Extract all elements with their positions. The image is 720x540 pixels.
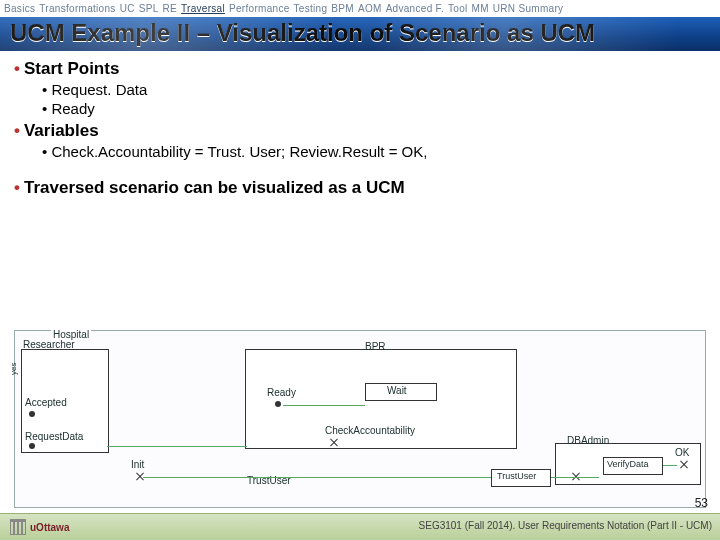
ucm-diagram: Hospital Researcher yes Accepted Request… xyxy=(14,330,706,508)
nav-item[interactable]: MM xyxy=(472,3,489,14)
x-ok xyxy=(679,459,689,469)
nav-item[interactable]: Traversal xyxy=(181,3,225,14)
nav-item[interactable]: URN Summary xyxy=(493,3,564,14)
temple-icon xyxy=(10,519,26,535)
flow-line xyxy=(551,477,599,478)
nav-item[interactable]: SPL xyxy=(139,3,159,14)
nav-item[interactable]: RE xyxy=(163,3,178,14)
top-nav: BasicsTransformationsUCSPLRETraversalPer… xyxy=(0,0,720,17)
nav-item[interactable]: Tool xyxy=(448,3,468,14)
label-requestdata: RequestData xyxy=(25,431,83,442)
point-ready xyxy=(275,401,281,407)
flow-line xyxy=(663,465,677,466)
bullet-requestdata: • Request. Data xyxy=(42,81,706,98)
label-ok: OK xyxy=(675,447,689,458)
bullet-ready: • Ready xyxy=(42,100,706,117)
slide-title: UCM Example II – Visualization of Scenar… xyxy=(0,19,720,47)
nav-item[interactable]: Advanced F. xyxy=(386,3,444,14)
label-yes: yes xyxy=(9,363,18,375)
nav-item[interactable]: AOM xyxy=(358,3,382,14)
slide-body: •Start Points • Request. Data • Ready •V… xyxy=(0,51,720,198)
bullet-start-points: •Start Points xyxy=(14,59,706,79)
bullet-traversed: •Traversed scenario can be visualized as… xyxy=(14,178,706,198)
label-init: Init xyxy=(131,459,144,470)
nav-item[interactable]: UC xyxy=(120,3,135,14)
x-trustuser xyxy=(571,471,581,481)
footer-course: SEG3101 (Fall 2014). User Requirements N… xyxy=(419,520,712,531)
nav-item[interactable]: BPM xyxy=(331,3,354,14)
nav-item[interactable]: Testing xyxy=(294,3,328,14)
flow-line xyxy=(283,405,365,406)
nav-item[interactable]: Transformations xyxy=(39,3,115,14)
title-banner: UCM Example II – Visualization of Scenar… xyxy=(0,17,720,51)
label-trustuser: TrustUser xyxy=(497,471,536,481)
footer: uOttawa SEG3101 (Fall 2014). User Requir… xyxy=(0,513,720,540)
bullet-var-expr: • Check.Accountability = Trust. User; Re… xyxy=(42,143,706,160)
x-checkacc xyxy=(329,437,339,447)
nav-item[interactable]: Performance xyxy=(229,3,290,14)
flow-line xyxy=(107,446,247,447)
flow-line xyxy=(143,477,491,478)
label-accepted: Accepted xyxy=(25,397,67,408)
point-requestdata xyxy=(29,443,35,449)
uottawa-text: uOttawa xyxy=(30,522,69,533)
x-init xyxy=(135,471,145,481)
label-dbadmin: DBAdmin xyxy=(567,435,609,446)
page-number: 53 xyxy=(695,496,708,510)
nav-item[interactable]: Basics xyxy=(4,3,35,14)
label-checkacc: CheckAccountability xyxy=(325,425,415,436)
uottawa-logo: uOttawa xyxy=(10,519,69,535)
bullet-variables: •Variables xyxy=(14,121,706,141)
label-researcher: Researcher xyxy=(23,339,75,350)
point-accepted xyxy=(29,411,35,417)
label-verify: VerifyData xyxy=(607,459,649,469)
label-ready: Ready xyxy=(267,387,296,398)
label-wait: Wait xyxy=(387,385,407,396)
label-bpr: BPR xyxy=(365,341,386,352)
